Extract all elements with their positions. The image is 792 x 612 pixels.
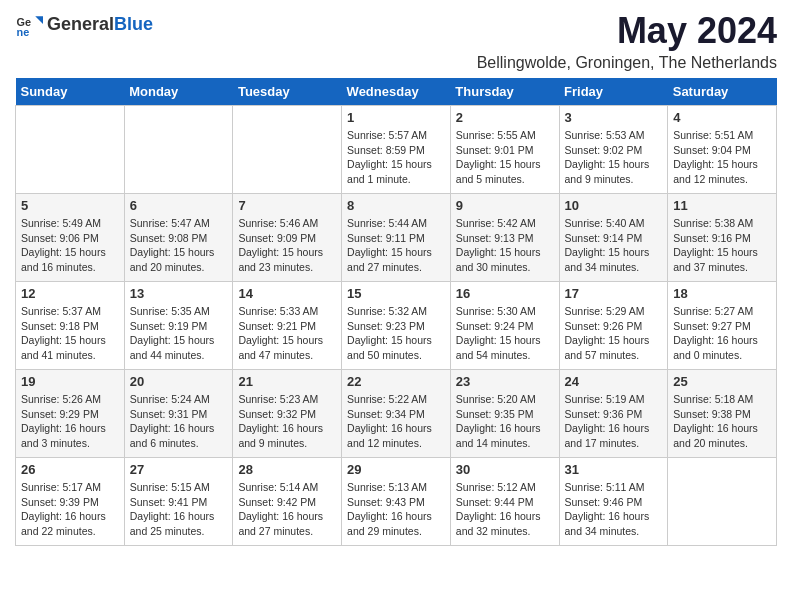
calendar-cell: 14Sunrise: 5:33 AM Sunset: 9:21 PM Dayli… (233, 282, 342, 370)
month-title: May 2024 (477, 10, 777, 52)
day-info: Sunrise: 5:33 AM Sunset: 9:21 PM Dayligh… (238, 304, 336, 363)
day-number: 30 (456, 462, 554, 477)
header-thursday: Thursday (450, 78, 559, 106)
logo-general: General (47, 14, 114, 34)
week-row-3: 19Sunrise: 5:26 AM Sunset: 9:29 PM Dayli… (16, 370, 777, 458)
calendar-cell: 8Sunrise: 5:44 AM Sunset: 9:11 PM Daylig… (342, 194, 451, 282)
header-sunday: Sunday (16, 78, 125, 106)
day-number: 16 (456, 286, 554, 301)
header-monday: Monday (124, 78, 233, 106)
day-info: Sunrise: 5:55 AM Sunset: 9:01 PM Dayligh… (456, 128, 554, 187)
day-number: 2 (456, 110, 554, 125)
day-number: 24 (565, 374, 663, 389)
day-info: Sunrise: 5:51 AM Sunset: 9:04 PM Dayligh… (673, 128, 771, 187)
day-info: Sunrise: 5:12 AM Sunset: 9:44 PM Dayligh… (456, 480, 554, 539)
day-info: Sunrise: 5:38 AM Sunset: 9:16 PM Dayligh… (673, 216, 771, 275)
calendar-cell: 9Sunrise: 5:42 AM Sunset: 9:13 PM Daylig… (450, 194, 559, 282)
day-info: Sunrise: 5:40 AM Sunset: 9:14 PM Dayligh… (565, 216, 663, 275)
day-number: 29 (347, 462, 445, 477)
day-number: 9 (456, 198, 554, 213)
logo-wordmark: GeneralBlue (47, 14, 153, 35)
calendar-cell (124, 106, 233, 194)
header-wednesday: Wednesday (342, 78, 451, 106)
calendar-cell: 23Sunrise: 5:20 AM Sunset: 9:35 PM Dayli… (450, 370, 559, 458)
calendar-cell: 21Sunrise: 5:23 AM Sunset: 9:32 PM Dayli… (233, 370, 342, 458)
calendar-cell: 20Sunrise: 5:24 AM Sunset: 9:31 PM Dayli… (124, 370, 233, 458)
day-number: 20 (130, 374, 228, 389)
calendar-cell (668, 458, 777, 546)
header: Ge ne GeneralBlue May 2024 Bellingwolde,… (15, 10, 777, 72)
calendar-cell: 13Sunrise: 5:35 AM Sunset: 9:19 PM Dayli… (124, 282, 233, 370)
day-number: 10 (565, 198, 663, 213)
day-info: Sunrise: 5:22 AM Sunset: 9:34 PM Dayligh… (347, 392, 445, 451)
header-tuesday: Tuesday (233, 78, 342, 106)
day-info: Sunrise: 5:20 AM Sunset: 9:35 PM Dayligh… (456, 392, 554, 451)
calendar-cell: 12Sunrise: 5:37 AM Sunset: 9:18 PM Dayli… (16, 282, 125, 370)
day-info: Sunrise: 5:53 AM Sunset: 9:02 PM Dayligh… (565, 128, 663, 187)
calendar-cell: 17Sunrise: 5:29 AM Sunset: 9:26 PM Dayli… (559, 282, 668, 370)
day-number: 26 (21, 462, 119, 477)
logo-blue: Blue (114, 14, 153, 34)
calendar-cell (233, 106, 342, 194)
calendar-cell: 16Sunrise: 5:30 AM Sunset: 9:24 PM Dayli… (450, 282, 559, 370)
day-info: Sunrise: 5:46 AM Sunset: 9:09 PM Dayligh… (238, 216, 336, 275)
svg-marker-2 (35, 16, 43, 24)
day-info: Sunrise: 5:13 AM Sunset: 9:43 PM Dayligh… (347, 480, 445, 539)
day-number: 21 (238, 374, 336, 389)
calendar-cell (16, 106, 125, 194)
day-number: 22 (347, 374, 445, 389)
logo: Ge ne GeneralBlue (15, 10, 153, 38)
day-number: 27 (130, 462, 228, 477)
day-number: 11 (673, 198, 771, 213)
day-info: Sunrise: 5:27 AM Sunset: 9:27 PM Dayligh… (673, 304, 771, 363)
day-number: 28 (238, 462, 336, 477)
calendar-cell: 18Sunrise: 5:27 AM Sunset: 9:27 PM Dayli… (668, 282, 777, 370)
day-info: Sunrise: 5:29 AM Sunset: 9:26 PM Dayligh… (565, 304, 663, 363)
day-number: 3 (565, 110, 663, 125)
day-info: Sunrise: 5:26 AM Sunset: 9:29 PM Dayligh… (21, 392, 119, 451)
day-info: Sunrise: 5:23 AM Sunset: 9:32 PM Dayligh… (238, 392, 336, 451)
calendar-cell: 30Sunrise: 5:12 AM Sunset: 9:44 PM Dayli… (450, 458, 559, 546)
day-number: 23 (456, 374, 554, 389)
day-info: Sunrise: 5:15 AM Sunset: 9:41 PM Dayligh… (130, 480, 228, 539)
day-info: Sunrise: 5:32 AM Sunset: 9:23 PM Dayligh… (347, 304, 445, 363)
week-row-4: 26Sunrise: 5:17 AM Sunset: 9:39 PM Dayli… (16, 458, 777, 546)
calendar-cell: 29Sunrise: 5:13 AM Sunset: 9:43 PM Dayli… (342, 458, 451, 546)
calendar-table: SundayMondayTuesdayWednesdayThursdayFrid… (15, 78, 777, 546)
day-info: Sunrise: 5:17 AM Sunset: 9:39 PM Dayligh… (21, 480, 119, 539)
calendar-cell: 22Sunrise: 5:22 AM Sunset: 9:34 PM Dayli… (342, 370, 451, 458)
calendar-cell: 15Sunrise: 5:32 AM Sunset: 9:23 PM Dayli… (342, 282, 451, 370)
calendar-cell: 11Sunrise: 5:38 AM Sunset: 9:16 PM Dayli… (668, 194, 777, 282)
calendar-cell: 7Sunrise: 5:46 AM Sunset: 9:09 PM Daylig… (233, 194, 342, 282)
calendar-cell: 1Sunrise: 5:57 AM Sunset: 8:59 PM Daylig… (342, 106, 451, 194)
day-number: 12 (21, 286, 119, 301)
day-number: 18 (673, 286, 771, 301)
title-area: May 2024 Bellingwolde, Groningen, The Ne… (477, 10, 777, 72)
day-info: Sunrise: 5:44 AM Sunset: 9:11 PM Dayligh… (347, 216, 445, 275)
day-number: 13 (130, 286, 228, 301)
week-row-0: 1Sunrise: 5:57 AM Sunset: 8:59 PM Daylig… (16, 106, 777, 194)
day-info: Sunrise: 5:30 AM Sunset: 9:24 PM Dayligh… (456, 304, 554, 363)
day-info: Sunrise: 5:11 AM Sunset: 9:46 PM Dayligh… (565, 480, 663, 539)
day-info: Sunrise: 5:35 AM Sunset: 9:19 PM Dayligh… (130, 304, 228, 363)
day-number: 5 (21, 198, 119, 213)
calendar-cell: 4Sunrise: 5:51 AM Sunset: 9:04 PM Daylig… (668, 106, 777, 194)
calendar-cell: 31Sunrise: 5:11 AM Sunset: 9:46 PM Dayli… (559, 458, 668, 546)
day-number: 4 (673, 110, 771, 125)
svg-text:ne: ne (17, 26, 30, 38)
calendar-cell: 10Sunrise: 5:40 AM Sunset: 9:14 PM Dayli… (559, 194, 668, 282)
day-number: 19 (21, 374, 119, 389)
calendar-cell: 5Sunrise: 5:49 AM Sunset: 9:06 PM Daylig… (16, 194, 125, 282)
day-number: 25 (673, 374, 771, 389)
calendar-cell: 26Sunrise: 5:17 AM Sunset: 9:39 PM Dayli… (16, 458, 125, 546)
header-saturday: Saturday (668, 78, 777, 106)
day-number: 15 (347, 286, 445, 301)
day-info: Sunrise: 5:18 AM Sunset: 9:38 PM Dayligh… (673, 392, 771, 451)
calendar-cell: 24Sunrise: 5:19 AM Sunset: 9:36 PM Dayli… (559, 370, 668, 458)
header-row: SundayMondayTuesdayWednesdayThursdayFrid… (16, 78, 777, 106)
day-number: 7 (238, 198, 336, 213)
day-number: 6 (130, 198, 228, 213)
calendar-cell: 28Sunrise: 5:14 AM Sunset: 9:42 PM Dayli… (233, 458, 342, 546)
day-info: Sunrise: 5:49 AM Sunset: 9:06 PM Dayligh… (21, 216, 119, 275)
day-info: Sunrise: 5:14 AM Sunset: 9:42 PM Dayligh… (238, 480, 336, 539)
